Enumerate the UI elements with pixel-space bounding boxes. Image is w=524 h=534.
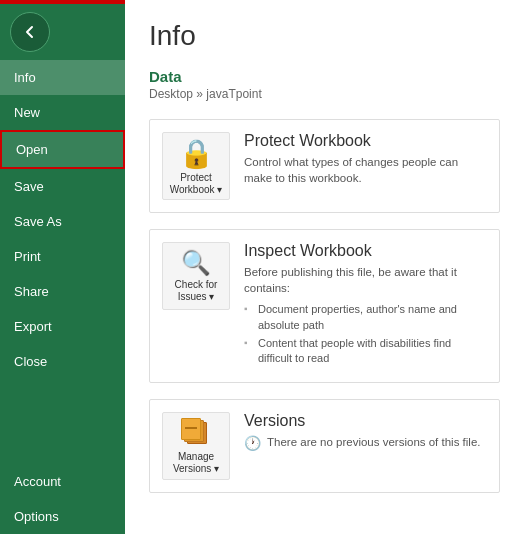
sidebar-item-open[interactable]: Open [0,130,125,169]
file-name: Data [149,68,500,85]
inspect-workbook-info: Inspect Workbook Before publishing this … [244,242,487,370]
versions-clock-icon: 🕐 [244,435,261,451]
inspect-workbook-list: Document properties, author's name and a… [244,302,487,367]
list-item: Content that people with disabilities fi… [244,336,487,367]
list-item: Document properties, author's name and a… [244,302,487,333]
check-issues-label: Check forIssues ▾ [175,279,218,303]
sidebar-item-options[interactable]: Options [0,499,125,534]
protect-workbook-desc: Control what types of changes people can… [244,154,487,186]
sidebar-item-info[interactable]: Info [0,60,125,95]
versions-icon [179,417,213,449]
protect-workbook-button[interactable]: 🔒 ProtectWorkbook ▾ [162,132,230,200]
sidebar-item-close[interactable]: Close [0,344,125,379]
sidebar: Info New Open Save Save As Print Share E… [0,0,125,534]
sidebar-item-new[interactable]: New [0,95,125,130]
manage-versions-label: ManageVersions ▾ [173,451,219,475]
manage-versions-button[interactable]: ManageVersions ▾ [162,412,230,480]
protect-workbook-info: Protect Workbook Control what types of c… [244,132,487,186]
check-issues-button[interactable]: 🔍 Check forIssues ▾ [162,242,230,310]
inspect-workbook-title: Inspect Workbook [244,242,487,260]
sidebar-item-print[interactable]: Print [0,239,125,274]
inspect-workbook-desc: Before publishing this file, be aware th… [244,264,487,296]
sidebar-item-export[interactable]: Export [0,309,125,344]
protect-workbook-label: ProtectWorkbook ▾ [170,172,223,196]
protect-workbook-title: Protect Workbook [244,132,487,150]
back-button[interactable] [10,12,50,52]
versions-desc: There are no previous versions of this f… [267,434,481,450]
protect-workbook-panel: 🔒 ProtectWorkbook ▾ Protect Workbook Con… [149,119,500,213]
versions-panel: ManageVersions ▾ Versions 🕐 There are no… [149,399,500,493]
versions-info: Versions 🕐 There are no previous version… [244,412,487,451]
lock-icon: 🔒 [179,137,214,170]
sidebar-item-account[interactable]: Account [0,464,125,499]
inspect-icon: 🔍 [181,249,211,277]
main-content: Info Data Desktop » javaTpoint 🔒 Protect… [125,0,524,534]
inspect-workbook-panel: 🔍 Check forIssues ▾ Inspect Workbook Bef… [149,229,500,383]
sidebar-item-save[interactable]: Save [0,169,125,204]
versions-title: Versions [244,412,487,430]
page-title: Info [149,20,500,52]
breadcrumb: Desktop » javaTpoint [149,87,500,101]
sidebar-item-share[interactable]: Share [0,274,125,309]
sidebar-item-save-as[interactable]: Save As [0,204,125,239]
